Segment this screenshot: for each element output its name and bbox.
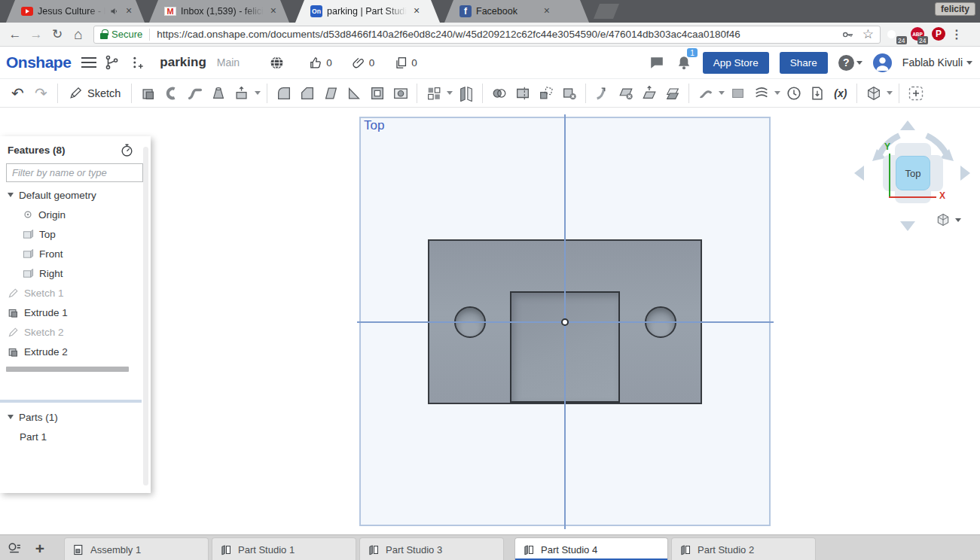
adblock-plus-icon[interactable]: ABP 24: [911, 27, 925, 41]
document-name[interactable]: parking: [160, 55, 206, 70]
boolean-button[interactable]: [487, 81, 511, 105]
tab-close-icon[interactable]: [124, 6, 134, 17]
draft-button[interactable]: [319, 81, 342, 105]
sketch-button[interactable]: Sketch: [63, 81, 127, 105]
delete-part-button[interactable]: [557, 81, 581, 105]
panel-scrollbar[interactable]: [143, 147, 148, 485]
links-indicator[interactable]: 0: [352, 56, 375, 70]
tree-item-default-geometry[interactable]: Default geometry: [0, 185, 151, 205]
helix-dropdown-icon[interactable]: [774, 91, 780, 95]
doc-tab-part-studio-2[interactable]: Part Studio 2: [671, 537, 816, 560]
new-tab-button[interactable]: [594, 4, 619, 19]
pattern-dropdown-icon[interactable]: [447, 91, 453, 95]
help-menu[interactable]: [838, 55, 862, 71]
onshape-logo[interactable]: Onshape: [6, 53, 71, 72]
mirror-button[interactable]: [454, 81, 478, 105]
manage-tabs-icon[interactable]: [6, 540, 23, 557]
browser-tab-onshape-active[interactable]: On parking | Part Studi: [295, 0, 440, 23]
filter-input[interactable]: [6, 163, 143, 182]
address-bar[interactable]: Secure https://cad.onshape.com/documents…: [93, 26, 881, 44]
plane-button[interactable]: [726, 81, 750, 105]
forward-button[interactable]: [26, 24, 47, 45]
extension-red-circle-icon[interactable]: 24: [890, 27, 904, 41]
extrude-button[interactable]: [136, 81, 160, 105]
chevron-down-icon[interactable]: [8, 415, 14, 419]
split-button[interactable]: [511, 81, 534, 105]
reload-button[interactable]: [47, 24, 68, 45]
doc-tab-part-studio-4-active[interactable]: Part Studio 4: [514, 537, 668, 560]
replace-face-button[interactable]: [661, 81, 684, 105]
rotate-right-icon[interactable]: [960, 166, 970, 181]
delete-face-button[interactable]: [614, 81, 637, 105]
parts-section-divider[interactable]: [0, 400, 142, 403]
tree-item-extrude-1[interactable]: Extrude 1: [0, 303, 151, 322]
tree-item-right-plane[interactable]: Right: [0, 263, 151, 283]
parts-section-header[interactable]: Parts (1): [0, 407, 142, 427]
rotate-down-icon[interactable]: [900, 221, 915, 231]
pinterest-icon[interactable]: P: [932, 27, 946, 41]
copies-indicator[interactable]: 0: [394, 56, 417, 70]
tree-item-extrude-2[interactable]: Extrude 2: [0, 342, 151, 361]
rib-button[interactable]: [342, 81, 365, 105]
history-icon[interactable]: [128, 53, 148, 72]
parts-display-button[interactable]: [862, 81, 885, 105]
home-button[interactable]: [68, 24, 89, 45]
security-chip[interactable]: Secure: [100, 29, 142, 40]
rotate-up-icon[interactable]: [900, 120, 915, 130]
chat-icon[interactable]: [649, 54, 665, 71]
tree-item-origin[interactable]: Origin: [0, 205, 151, 224]
undo-button[interactable]: [6, 81, 29, 105]
back-button[interactable]: [5, 24, 26, 45]
key-icon[interactable]: [841, 28, 855, 41]
surface-dropdown-icon[interactable]: [719, 91, 725, 95]
tree-item-sketch-2[interactable]: Sketch 2: [0, 322, 151, 342]
thicken-dropdown-icon[interactable]: [255, 91, 261, 95]
view-cube-top-face[interactable]: Top: [896, 156, 930, 190]
browser-tab-facebook[interactable]: f Facebook: [444, 0, 589, 23]
user-menu[interactable]: Fablab Kivuli: [902, 56, 972, 68]
helix-button[interactable]: [750, 81, 773, 105]
rotate-left-icon[interactable]: [854, 166, 864, 181]
fillet-button[interactable]: [272, 81, 295, 105]
shell-button[interactable]: [365, 81, 389, 105]
tab-close-icon[interactable]: [268, 6, 279, 17]
view-cube[interactable]: Top Y X: [853, 119, 973, 239]
tree-item-sketch-1[interactable]: Sketch 1: [0, 283, 151, 303]
move-face-button[interactable]: [637, 81, 661, 105]
rollback-bar[interactable]: [6, 367, 129, 372]
mass-properties-button[interactable]: [782, 81, 805, 105]
url-text[interactable]: https://cad.onshape.com/documents/d53d84…: [157, 29, 835, 40]
tree-item-front-plane[interactable]: Front: [0, 244, 151, 263]
loft-button[interactable]: [206, 81, 230, 105]
parts-display-dropdown-icon[interactable]: [887, 91, 893, 95]
globe-icon[interactable]: [267, 53, 286, 72]
browser-menu-icon[interactable]: [951, 27, 963, 41]
import-button[interactable]: [805, 81, 829, 105]
thicken-button[interactable]: [230, 81, 253, 105]
likes-indicator[interactable]: 0: [309, 56, 332, 70]
variable-button[interactable]: [829, 81, 852, 105]
tab-close-icon[interactable]: [411, 6, 422, 17]
document-menu-icon[interactable]: [81, 57, 96, 68]
linear-pattern-button[interactable]: [422, 81, 445, 105]
view-options-menu[interactable]: [936, 212, 961, 227]
versions-icon[interactable]: [102, 53, 122, 72]
stopwatch-icon[interactable]: [120, 143, 134, 157]
doc-tab-assembly-1[interactable]: Assembly 1: [64, 537, 209, 560]
workspace-name[interactable]: Main: [217, 56, 240, 68]
doc-tab-part-studio-3[interactable]: Part Studio 3: [359, 537, 504, 560]
revolve-button[interactable]: [160, 81, 183, 105]
tree-item-top-plane[interactable]: Top: [0, 224, 151, 244]
part-list-item[interactable]: Part 1: [0, 427, 142, 446]
share-button[interactable]: Share: [780, 52, 828, 74]
custom-feature-button[interactable]: [904, 81, 927, 105]
avatar[interactable]: [873, 53, 892, 72]
chamfer-button[interactable]: [295, 81, 319, 105]
app-store-button[interactable]: App Store: [703, 52, 769, 74]
tab-close-icon[interactable]: [542, 6, 552, 17]
doc-tab-part-studio-1[interactable]: Part Studio 1: [212, 537, 356, 560]
browser-tab-gmail[interactable]: M Inbox (1,539) - felici: [149, 0, 289, 23]
notifications-bell-icon[interactable]: 1: [676, 54, 692, 71]
origin-point[interactable]: [561, 318, 569, 326]
offset-surface-button[interactable]: [694, 81, 717, 105]
